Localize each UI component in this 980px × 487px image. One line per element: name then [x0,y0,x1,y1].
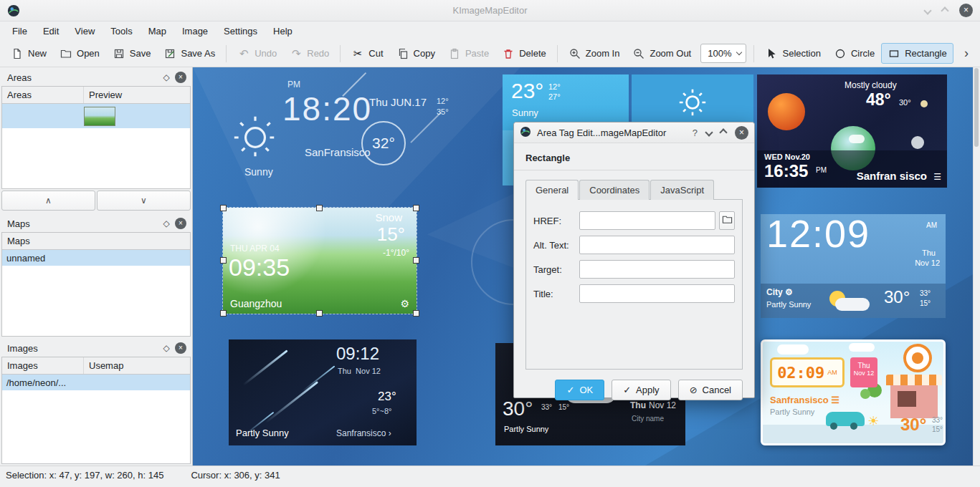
undo-button[interactable]: ↶ Undo [231,43,283,64]
browse-button[interactable] [719,211,735,230]
move-area-down-button[interactable]: ∨ [97,191,191,211]
selection-handle-s[interactable] [316,310,323,317]
minimize-icon[interactable] [705,128,713,136]
menu-icon: ☰ [933,172,941,182]
zoom-out-button[interactable]: Zoom Out [626,43,698,64]
general-tab-panel: HREF: Alt. Text: Target: Title: [525,199,743,370]
images-dock-close[interactable]: × [173,342,188,354]
digital-clock-box: 02:09 AM [770,357,845,387]
date-label: Nov 12 [915,259,940,267]
toolbar-overflow-button[interactable]: › [957,44,976,62]
float-icon[interactable]: ◇ [159,72,173,82]
menu-settings[interactable]: Settings [216,23,265,39]
big-clock-widget: 12:09 AM Thu Nov 12 City ⚙ Partly Sunny … [761,214,946,318]
menu-map[interactable]: Map [141,23,174,39]
dialog-titlebar[interactable]: Area Tag Edit...mageMapEditor ? × [514,122,754,143]
open-button[interactable]: Open [53,43,106,64]
save-button[interactable]: Save [106,43,158,64]
maps-table: Maps unnamed [1,232,191,337]
ok-button[interactable]: ✓ OK [555,380,604,400]
column-usemap[interactable]: Usemap [84,357,190,374]
new-button[interactable]: New [4,43,53,64]
areas-dock-close[interactable]: × [173,72,188,83]
comet-streak [302,365,336,392]
redo-button[interactable]: ↷ Redo [283,43,336,64]
zoom-combobox[interactable]: 100% [700,44,746,63]
paste-button[interactable]: Paste [442,43,495,64]
map-row-unnamed[interactable]: unnamed [2,250,190,266]
cancel-button[interactable]: ⊘ Cancel [678,380,743,400]
check-icon: ✓ [623,385,631,395]
cut-button[interactable]: ✂ Cut [345,43,389,64]
delete-button[interactable]: Delete [495,43,553,64]
comet-streak [265,381,318,423]
image-row-path[interactable]: /home/neon/... [2,375,190,390]
maximize-icon[interactable] [719,128,727,136]
selection-handle-n[interactable] [316,205,323,211]
clock-time: 09:12 [336,344,379,364]
alt-text-input[interactable] [579,236,735,254]
menu-help[interactable]: Help [265,23,300,39]
tab-javascript[interactable]: JavaScript [650,180,714,200]
cloud-icon [835,298,870,311]
zoom-in-button[interactable]: Zoom In [562,43,627,64]
selection-handle-sw[interactable] [220,310,227,317]
close-icon[interactable]: × [735,126,748,140]
temp-lo: 27° [548,92,561,101]
areas-table: Areas Preview [1,86,191,189]
selection-handle-e[interactable] [413,257,419,264]
guangzhou-widget-selected-area[interactable]: Snow 15° -1°/10° THU APR 04 09:35 Guangz… [223,208,417,314]
title-input[interactable] [579,284,735,303]
float-icon[interactable]: ◇ [159,343,173,353]
menu-edit[interactable]: Edit [35,23,67,39]
circle-tool-button[interactable]: Circle [827,43,881,64]
areas-dock-header: Areas ◇ × [1,69,191,86]
menu-file[interactable]: File [4,23,35,39]
column-images[interactable]: Images [2,357,84,374]
maximize-icon[interactable] [941,6,948,14]
scrollbar-handle[interactable] [974,68,979,147]
date-label: THU APR 04 [230,244,280,254]
delete-icon [502,47,515,59]
toolbar-separator [753,45,754,62]
move-area-up-button[interactable]: ∧ [1,191,95,211]
rectangle-tool-button[interactable]: Rectangle [881,43,953,64]
column-preview[interactable]: Preview [84,87,190,103]
condition-label: Partly Sunny [770,408,814,416]
alt-text-label: Alt. Text: [533,240,579,251]
area-row-rectangle[interactable] [2,104,190,128]
help-icon[interactable]: ? [693,127,698,138]
maps-dock-close[interactable]: × [173,218,188,229]
clock-time: 02:09 [777,364,824,382]
column-maps[interactable]: Maps [2,233,190,249]
temp-range: 5°~8° [372,407,391,415]
selection-handle-w[interactable] [220,257,227,264]
close-icon[interactable]: × [959,4,973,17]
apply-button[interactable]: ✓ Apply [612,380,670,400]
save-as-button[interactable]: Save As [157,43,222,64]
menu-image[interactable]: Image [174,23,216,39]
target-input[interactable] [579,260,735,279]
circle-icon [834,47,847,59]
column-areas[interactable]: Areas [2,87,84,103]
tab-coordinates[interactable]: Coordinates [579,180,650,200]
selection-handle-nw[interactable] [220,205,227,211]
dialog-button-row: ✓ OK ✓ Apply ⊘ Cancel [514,370,754,410]
selection-tool-button[interactable]: Selection [758,43,827,64]
menu-tools[interactable]: Tools [103,23,140,39]
selection-status: Selection: x: 47, y: 197, w: 260, h: 145 [6,470,163,487]
tab-general[interactable]: General [525,180,579,200]
titlebar[interactable]: KImageMapEditor × [0,0,980,21]
selection-handle-ne[interactable] [413,205,419,211]
minimize-icon[interactable] [923,6,931,14]
copy-button[interactable]: Copy [390,43,442,64]
float-icon[interactable]: ◇ [159,218,173,228]
new-icon [11,47,24,59]
cursor-arrow-icon [765,47,778,59]
selection-handle-se[interactable] [413,310,419,317]
href-input[interactable] [579,211,715,230]
ampm-label: AM [827,369,837,376]
menu-view[interactable]: View [67,23,103,39]
save-icon [113,47,125,59]
paste-icon [448,47,461,59]
